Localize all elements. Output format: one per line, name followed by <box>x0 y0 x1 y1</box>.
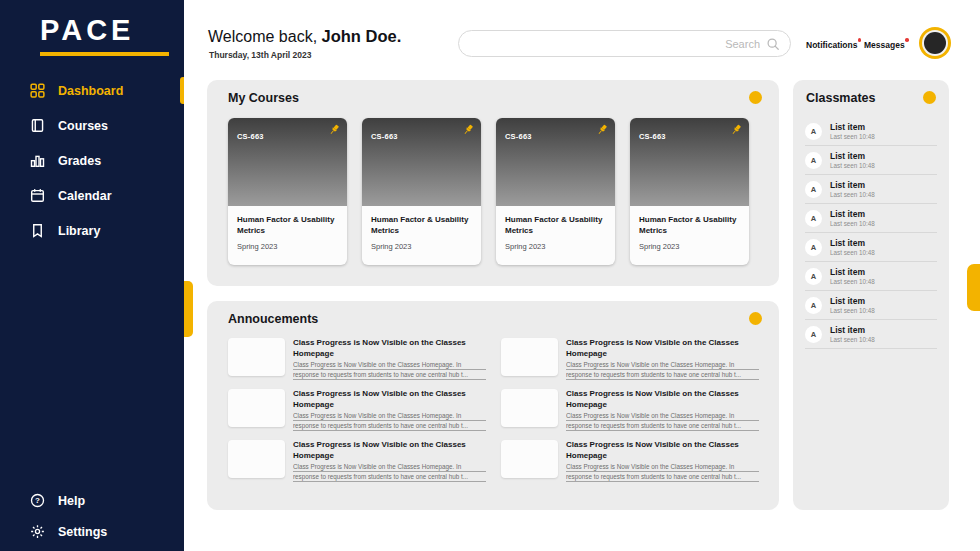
course-card-header: CS-663 <box>630 118 749 206</box>
announcement-thumbnail <box>228 440 285 478</box>
sidebar-item-label: Grades <box>58 154 101 168</box>
course-term: Spring 2023 <box>639 242 740 251</box>
messages-label: Messages <box>864 40 905 50</box>
my-courses-title: My Courses <box>228 91 299 105</box>
announcement-thumbnail <box>501 338 558 376</box>
notifications-link[interactable]: Notifications <box>806 40 857 50</box>
classmate-name: List item <box>830 296 875 306</box>
course-card[interactable]: CS-663 Human Factor & Usability Metrics … <box>496 118 615 265</box>
avatar[interactable] <box>919 27 951 59</box>
course-card-list: CS-663 Human Factor & Usability Metrics … <box>228 118 749 265</box>
course-title: Human Factor & Usability Metrics <box>505 214 606 236</box>
classmates-title: Classmates <box>806 91 876 105</box>
logo-underline <box>40 52 169 56</box>
left-scroll-indicator[interactable] <box>184 281 193 337</box>
course-term: Spring 2023 <box>371 242 472 251</box>
sidebar-item-calendar[interactable]: Calendar <box>0 178 184 213</box>
list-item[interactable]: A List item Last seen 10:48 <box>805 233 937 262</box>
avatar-image <box>924 32 946 54</box>
grades-icon <box>30 153 45 168</box>
course-code: CS-663 <box>505 132 532 141</box>
announcement-item[interactable]: Class Progress is Now Visible on the Cla… <box>501 338 759 380</box>
sidebar-item-label: Calendar <box>58 189 112 203</box>
search-icon[interactable] <box>766 37 780 51</box>
announcement-item[interactable]: Class Progress is Now Visible on the Cla… <box>228 440 486 482</box>
sidebar: PACE Dashboard Courses Grades Calen <box>0 0 184 551</box>
logo[interactable]: PACE <box>40 14 134 47</box>
notifications-label: Notifications <box>806 40 857 50</box>
announcement-thumbnail <box>501 389 558 427</box>
course-card[interactable]: CS-663 Human Factor & Usability Metrics … <box>228 118 347 265</box>
page-title: Welcome back, John Doe. <box>208 27 401 46</box>
announcement-item[interactable]: Class Progress is Now Visible on the Cla… <box>228 338 486 380</box>
sidebar-item-library[interactable]: Library <box>0 213 184 248</box>
search-bar <box>458 30 791 57</box>
list-item[interactable]: A List item Last seen 10:48 <box>805 175 937 204</box>
pin-icon[interactable] <box>729 123 743 137</box>
classmate-name: List item <box>830 122 875 132</box>
my-courses-panel: My Courses CS-663 Human Factor & Usabili… <box>207 80 779 286</box>
announcement-body: Class Progress is Now Visible on the Cla… <box>566 360 759 380</box>
classmate-avatar: A <box>805 268 822 285</box>
announcement-item[interactable]: Class Progress is Now Visible on the Cla… <box>501 389 759 431</box>
panel-accent-dot <box>923 91 936 104</box>
pin-icon[interactable] <box>327 123 341 137</box>
course-card[interactable]: CS-663 Human Factor & Usability Metrics … <box>362 118 481 265</box>
sidebar-item-courses[interactable]: Courses <box>0 108 184 143</box>
sidebar-item-grades[interactable]: Grades <box>0 143 184 178</box>
course-code: CS-663 <box>639 132 666 141</box>
classmate-name: List item <box>830 180 875 190</box>
dashboard-icon <box>30 83 45 98</box>
course-term: Spring 2023 <box>237 242 338 251</box>
course-term: Spring 2023 <box>505 242 606 251</box>
pin-icon[interactable] <box>595 123 609 137</box>
sidebar-item-settings[interactable]: Settings <box>0 514 184 549</box>
help-icon: ? <box>30 493 45 508</box>
search-input[interactable] <box>459 38 766 50</box>
list-item[interactable]: A List item Last seen 10:48 <box>805 117 937 146</box>
library-icon <box>30 223 45 238</box>
announcement-item[interactable]: Class Progress is Now Visible on the Cla… <box>228 389 486 431</box>
course-code: CS-663 <box>237 132 264 141</box>
announcement-thumbnail <box>228 389 285 427</box>
list-item[interactable]: A List item Last seen 10:48 <box>805 146 937 175</box>
user-name: John Doe. <box>322 27 402 45</box>
course-card-header: CS-663 <box>228 118 347 206</box>
classmate-avatar: A <box>805 181 822 198</box>
active-indicator <box>180 77 185 104</box>
course-card[interactable]: CS-663 Human Factor & Usability Metrics … <box>630 118 749 265</box>
classmate-avatar: A <box>805 297 822 314</box>
pin-icon[interactable] <box>461 123 475 137</box>
sidebar-nav: Dashboard Courses Grades Calendar Lib <box>0 73 184 248</box>
announcement-text: Class Progress is Now Visible on the Cla… <box>566 440 759 482</box>
announcement-item[interactable]: Class Progress is Now Visible on the Cla… <box>501 440 759 482</box>
classmate-avatar: A <box>805 210 822 227</box>
classmate-status: Last seen 10:48 <box>830 133 875 140</box>
panel-accent-dot <box>749 312 762 325</box>
sidebar-item-label: Dashboard <box>58 84 123 98</box>
sidebar-item-label: Help <box>58 494 85 508</box>
course-code: CS-663 <box>371 132 398 141</box>
course-title: Human Factor & Usability Metrics <box>371 214 472 236</box>
classmate-avatar: A <box>805 326 822 343</box>
sidebar-item-help[interactable]: ? Help <box>0 483 184 518</box>
list-item[interactable]: A List item Last seen 10:48 <box>805 291 937 320</box>
list-item[interactable]: A List item Last seen 10:48 <box>805 320 937 349</box>
classmate-status: Last seen 10:48 <box>830 191 875 198</box>
message-badge <box>905 38 909 42</box>
sidebar-item-label: Courses <box>58 119 108 133</box>
classmate-name: List item <box>830 209 875 219</box>
announcement-title: Class Progress is Now Visible on the Cla… <box>293 440 486 461</box>
right-scroll-thumb[interactable] <box>967 264 980 311</box>
courses-icon <box>30 118 45 133</box>
list-item[interactable]: A List item Last seen 10:48 <box>805 204 937 233</box>
sidebar-item-dashboard[interactable]: Dashboard <box>0 73 184 108</box>
course-card-body: Human Factor & Usability Metrics Spring … <box>228 206 347 259</box>
sidebar-item-label: Settings <box>58 525 107 539</box>
announcement-body: Class Progress is Now Visible on the Cla… <box>293 462 486 482</box>
classmate-status: Last seen 10:48 <box>830 278 875 285</box>
list-item[interactable]: A List item Last seen 10:48 <box>805 262 937 291</box>
announcement-thumbnail <box>501 440 558 478</box>
messages-link[interactable]: Messages <box>864 40 905 50</box>
announcement-body: Class Progress is Now Visible on the Cla… <box>293 360 486 380</box>
